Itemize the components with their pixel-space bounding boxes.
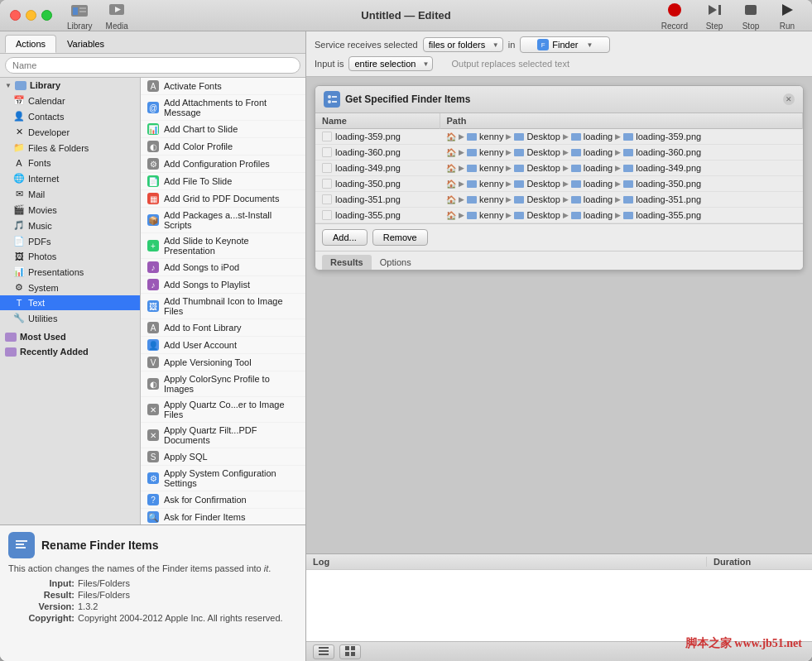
files-folders-select[interactable]: files or folders bbox=[423, 37, 503, 52]
run-button[interactable]: Run bbox=[772, 0, 802, 33]
sidebar-item-internet[interactable]: 🌐 Internet bbox=[0, 170, 140, 186]
sidebar-item-text[interactable]: T Text bbox=[0, 295, 140, 310]
sidebar-item-utilities[interactable]: 🔧 Utilities bbox=[0, 310, 140, 326]
sidebar-item-recently-added[interactable]: Recently Added bbox=[0, 344, 140, 359]
action-item[interactable]: ◐ Apply ColorSync Profile to Images bbox=[141, 371, 305, 397]
maximize-button[interactable] bbox=[41, 10, 52, 21]
action-item[interactable]: A Activate Fonts bbox=[141, 78, 305, 95]
left-top: ▼ Library 📅 Calendar 👤 Contacts ✕ D bbox=[0, 78, 305, 524]
action-item[interactable]: 📄 Add File To Slide bbox=[141, 173, 305, 190]
sidebar-item-movies[interactable]: 🎬 Movies bbox=[0, 202, 140, 218]
action-item[interactable]: ✕ Apply Quartz Filt...PDF Documents bbox=[141, 423, 305, 448]
grid-view-button[interactable] bbox=[339, 644, 361, 659]
add-button[interactable]: Add... bbox=[322, 229, 368, 246]
action-item[interactable]: ? Ask for Confirmation bbox=[141, 491, 305, 509]
close-button[interactable] bbox=[10, 10, 21, 21]
sidebar: ▼ Library 📅 Calendar 👤 Contacts ✕ D bbox=[0, 78, 141, 524]
action-icon: ? bbox=[147, 494, 159, 505]
action-item[interactable]: V Apple Versioning Tool bbox=[141, 354, 305, 371]
av-tabs: Actions Variables bbox=[0, 31, 305, 54]
stop-button[interactable]: Stop bbox=[736, 0, 766, 33]
svg-rect-22 bbox=[345, 646, 349, 650]
step-button[interactable]: Step bbox=[699, 0, 729, 33]
sidebar-item-fonts[interactable]: A Fonts bbox=[0, 156, 140, 170]
sidebar-item-system[interactable]: ⚙ System bbox=[0, 280, 140, 295]
file-path: 🏠 ▶ kenny ▶ Desktop ▶ bbox=[440, 192, 802, 208]
window-title: Untitled — Edited bbox=[361, 9, 450, 22]
music-icon: 🎵 bbox=[13, 220, 25, 231]
sidebar-item-presentations[interactable]: 📊 Presentations bbox=[0, 264, 140, 280]
action-icon: 📦 bbox=[147, 214, 159, 226]
action-item[interactable]: ⚙ Add Configuration Profiles bbox=[141, 156, 305, 173]
table-row[interactable]: loading-359.png 🏠 ▶ kenny bbox=[315, 129, 803, 145]
action-item[interactable]: 👤 Add User Account bbox=[141, 337, 305, 354]
table-row[interactable]: loading-360.png 🏠 ▶ kenny bbox=[315, 145, 803, 160]
result-value: Files/Folders bbox=[78, 590, 297, 600]
sidebar-item-files-folders[interactable]: 📁 Files & Folders bbox=[0, 140, 140, 156]
action-item[interactable]: ✕ Apply Quartz Co...er to Image Files bbox=[141, 397, 305, 423]
action-item[interactable]: 🖼 Add Thumbnail Icon to Image Files bbox=[141, 294, 305, 319]
sidebar-item-calendar[interactable]: 📅 Calendar bbox=[0, 93, 140, 108]
sidebar-item-contacts[interactable]: 👤 Contacts bbox=[0, 108, 140, 124]
sidebar-item-library[interactable]: ▼ Library bbox=[0, 78, 140, 93]
action-icon: 🔍 bbox=[147, 511, 159, 523]
file-name: loading-355.png bbox=[315, 208, 440, 223]
sidebar-most-used-label: Most Used bbox=[20, 332, 66, 342]
tab-variables[interactable]: Variables bbox=[56, 35, 115, 53]
log-footer bbox=[306, 641, 812, 661]
table-row[interactable]: loading-350.png 🏠 ▶ kenny bbox=[315, 176, 803, 192]
version-label: Version: bbox=[8, 601, 74, 611]
action-item[interactable]: A Add to Font Library bbox=[141, 319, 305, 337]
table-row[interactable]: loading-355.png 🏠 ▶ kenny bbox=[315, 208, 803, 223]
action-label: Add Songs to Playlist bbox=[164, 280, 250, 290]
finder-select[interactable]: F Finder ▼ bbox=[520, 36, 610, 53]
record-button[interactable]: Record bbox=[656, 0, 693, 33]
search-input[interactable] bbox=[5, 57, 300, 74]
action-item[interactable]: + Add Slide to Keynote Presentation bbox=[141, 233, 305, 259]
action-label: Add File To Slide bbox=[164, 176, 232, 186]
action-item[interactable]: 📊 Add Chart to Slide bbox=[141, 121, 305, 138]
action-item[interactable]: ⚙ Apply System Configuration Settings bbox=[141, 466, 305, 491]
list-view-button[interactable] bbox=[313, 644, 334, 659]
action-label: Add Grid to PDF Documents bbox=[164, 194, 279, 204]
card-close-button[interactable]: ✕ bbox=[783, 93, 795, 105]
action-item[interactable]: S Apply SQL bbox=[141, 448, 305, 466]
sidebar-item-music[interactable]: 🎵 Music bbox=[0, 218, 140, 233]
folder-icon bbox=[467, 133, 477, 141]
remove-button[interactable]: Remove bbox=[372, 229, 428, 246]
library-button[interactable]: Library bbox=[62, 0, 98, 33]
entire-selection-wrapper: entire selection bbox=[348, 56, 433, 71]
entire-selection-select[interactable]: entire selection bbox=[348, 56, 433, 71]
service-bar: Service receives selected files or folde… bbox=[306, 31, 812, 77]
info-panel: Rename Finder Items This action changes … bbox=[0, 524, 305, 661]
action-item[interactable]: 🔍 Ask for Finder Items bbox=[141, 509, 305, 524]
action-item[interactable]: ◐ Add Color Profile bbox=[141, 138, 305, 156]
action-item[interactable]: 📦 Add Packages a...st-Install Scripts bbox=[141, 208, 305, 233]
action-item[interactable]: @ Add Attachments to Front Message bbox=[141, 95, 305, 121]
minimize-button[interactable] bbox=[26, 10, 36, 21]
sidebar-item-mail[interactable]: ✉ Mail bbox=[0, 186, 140, 202]
action-item[interactable]: ♪ Add Songs to iPod bbox=[141, 259, 305, 276]
sidebar-item-pdfs[interactable]: 📄 PDFs bbox=[0, 233, 140, 249]
svg-rect-21 bbox=[319, 654, 329, 655]
workflow-area[interactable]: Get Specified Finder Items ✕ Name Path bbox=[306, 77, 812, 553]
tab-options[interactable]: Options bbox=[372, 255, 420, 270]
table-row[interactable]: loading-349.png 🏠 ▶ kenny bbox=[315, 160, 803, 176]
sidebar-item-photos[interactable]: 🖼 Photos bbox=[0, 249, 140, 264]
sidebar-item-most-used[interactable]: Most Used bbox=[0, 329, 140, 344]
action-label: Add Packages a...st-Install Scripts bbox=[164, 210, 299, 230]
action-item[interactable]: ♪ Add Songs to Playlist bbox=[141, 276, 305, 294]
action-item[interactable]: ▦ Add Grid to PDF Documents bbox=[141, 190, 305, 208]
tab-results[interactable]: Results bbox=[322, 255, 372, 270]
media-button[interactable]: Media bbox=[101, 0, 133, 33]
action-icon: 📄 bbox=[147, 175, 159, 187]
svg-rect-19 bbox=[319, 647, 329, 649]
movies-icon: 🎬 bbox=[13, 204, 25, 215]
titlebar: Library Media Untitled — Edited Record bbox=[0, 0, 812, 31]
sidebar-item-developer[interactable]: ✕ Developer bbox=[0, 124, 140, 140]
sidebar-contacts-label: Contacts bbox=[28, 112, 64, 122]
tab-actions[interactable]: Actions bbox=[5, 35, 56, 53]
table-row[interactable]: loading-351.png 🏠 ▶ kenny bbox=[315, 192, 803, 208]
text-icon: T bbox=[13, 298, 25, 308]
action-label: Apply Quartz Co...er to Image Files bbox=[164, 400, 299, 419]
